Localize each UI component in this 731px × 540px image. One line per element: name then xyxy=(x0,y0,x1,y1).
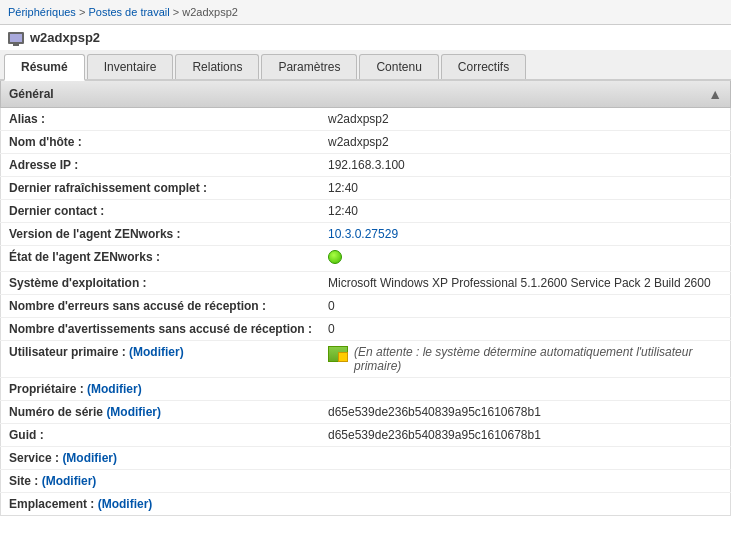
table-row: Numéro de série (Modifier) d65e539de236b… xyxy=(1,401,731,424)
section-general-title: Général xyxy=(9,87,54,101)
monitor-icon xyxy=(8,32,24,44)
field-value-owner xyxy=(320,378,731,401)
field-value-agent-state xyxy=(320,246,731,272)
field-label-service: Service : (Modifier) xyxy=(1,447,320,470)
table-row: Alias : w2adxpsp2 xyxy=(1,108,731,131)
field-value-guid: d65e539de236b540839a95c1610678b1 xyxy=(320,424,731,447)
field-value-os: Microsoft Windows XP Professional 5.1.26… xyxy=(320,272,731,295)
table-row: Nom d'hôte : w2adxpsp2 xyxy=(1,131,731,154)
field-value-hostname: w2adxpsp2 xyxy=(320,131,731,154)
pending-text: (En attente : le système détermine autom… xyxy=(354,345,722,373)
table-row: Nombre d'avertissements sans accusé de r… xyxy=(1,318,731,341)
breadcrumb-sep2: > xyxy=(173,6,182,18)
breadcrumb-peripheriques[interactable]: Périphériques xyxy=(8,6,76,18)
field-value-ip: 192.168.3.100 xyxy=(320,154,731,177)
page-title-bar: w2adxpsp2 xyxy=(0,25,731,50)
page-title: w2adxpsp2 xyxy=(30,30,100,45)
table-row: Dernier rafraîchissement complet : 12:40 xyxy=(1,177,731,200)
service-modify-link[interactable]: (Modifier) xyxy=(62,451,117,465)
tab-correctifs[interactable]: Correctifs xyxy=(441,54,526,79)
location-modify-link[interactable]: (Modifier) xyxy=(98,497,153,511)
field-label-hostname: Nom d'hôte : xyxy=(1,131,320,154)
status-green-indicator xyxy=(328,250,342,264)
field-label-errors: Nombre d'erreurs sans accusé de réceptio… xyxy=(1,295,320,318)
tab-relations[interactable]: Relations xyxy=(175,54,259,79)
field-label-alias: Alias : xyxy=(1,108,320,131)
serial-modify-link[interactable]: (Modifier) xyxy=(106,405,161,419)
field-value-errors: 0 xyxy=(320,295,731,318)
field-label-serial: Numéro de série (Modifier) xyxy=(1,401,320,424)
collapse-icon[interactable]: ▲ xyxy=(708,86,722,102)
field-value-location xyxy=(320,493,731,516)
site-modify-link[interactable]: (Modifier) xyxy=(42,474,97,488)
field-label-agent-state: État de l'agent ZENworks : xyxy=(1,246,320,272)
field-label-owner: Propriétaire : (Modifier) xyxy=(1,378,320,401)
field-label-warnings: Nombre d'avertissements sans accusé de r… xyxy=(1,318,320,341)
breadcrumb-current: w2adxpsp2 xyxy=(182,6,238,18)
table-row: Utilisateur primaire : (Modifier) (En at… xyxy=(1,341,731,378)
table-row: État de l'agent ZENworks : xyxy=(1,246,731,272)
table-row: Nombre d'erreurs sans accusé de réceptio… xyxy=(1,295,731,318)
field-value-primary-user: (En attente : le système détermine autom… xyxy=(320,341,731,378)
table-row: Guid : d65e539de236b540839a95c1610678b1 xyxy=(1,424,731,447)
field-label-location: Emplacement : (Modifier) xyxy=(1,493,320,516)
info-table: Alias : w2adxpsp2 Nom d'hôte : w2adxpsp2… xyxy=(0,108,731,516)
field-value-refresh: 12:40 xyxy=(320,177,731,200)
tab-contenu[interactable]: Contenu xyxy=(359,54,438,79)
field-value-alias: w2adxpsp2 xyxy=(320,108,731,131)
field-value-service xyxy=(320,447,731,470)
user-icon xyxy=(328,346,348,362)
tab-parametres[interactable]: Paramètres xyxy=(261,54,357,79)
field-value-agent-version: 10.3.0.27529 xyxy=(320,223,731,246)
table-row: Site : (Modifier) xyxy=(1,470,731,493)
field-value-site xyxy=(320,470,731,493)
table-row: Version de l'agent ZENworks : 10.3.0.275… xyxy=(1,223,731,246)
table-row: Système d'exploitation : Microsoft Windo… xyxy=(1,272,731,295)
field-label-primary-user: Utilisateur primaire : (Modifier) xyxy=(1,341,320,378)
field-label-ip: Adresse IP : xyxy=(1,154,320,177)
table-row: Service : (Modifier) xyxy=(1,447,731,470)
breadcrumb-postes[interactable]: Postes de travail xyxy=(88,6,169,18)
user-pending-container: (En attente : le système détermine autom… xyxy=(328,345,722,373)
tab-resume[interactable]: Résumé xyxy=(4,54,85,81)
field-label-guid: Guid : xyxy=(1,424,320,447)
tab-inventaire[interactable]: Inventaire xyxy=(87,54,174,79)
breadcrumb-sep1: > xyxy=(79,6,88,18)
field-label-refresh: Dernier rafraîchissement complet : xyxy=(1,177,320,200)
field-value-warnings: 0 xyxy=(320,318,731,341)
owner-modify-link[interactable]: (Modifier) xyxy=(87,382,142,396)
table-row: Dernier contact : 12:40 xyxy=(1,200,731,223)
table-row: Propriétaire : (Modifier) xyxy=(1,378,731,401)
breadcrumb: Périphériques > Postes de travail > w2ad… xyxy=(0,0,731,25)
primary-user-modify-link[interactable]: (Modifier) xyxy=(129,345,184,359)
content-area: Général ▲ Alias : w2adxpsp2 Nom d'hôte :… xyxy=(0,81,731,516)
field-value-contact: 12:40 xyxy=(320,200,731,223)
field-label-contact: Dernier contact : xyxy=(1,200,320,223)
agent-version-link[interactable]: 10.3.0.27529 xyxy=(328,227,398,241)
field-label-os: Système d'exploitation : xyxy=(1,272,320,295)
section-general-header: Général ▲ xyxy=(0,81,731,108)
field-value-serial: d65e539de236b540839a95c1610678b1 xyxy=(320,401,731,424)
field-label-site: Site : (Modifier) xyxy=(1,470,320,493)
tab-bar: Résumé Inventaire Relations Paramètres C… xyxy=(0,50,731,81)
table-row: Emplacement : (Modifier) xyxy=(1,493,731,516)
field-label-agent-version: Version de l'agent ZENworks : xyxy=(1,223,320,246)
table-row: Adresse IP : 192.168.3.100 xyxy=(1,154,731,177)
